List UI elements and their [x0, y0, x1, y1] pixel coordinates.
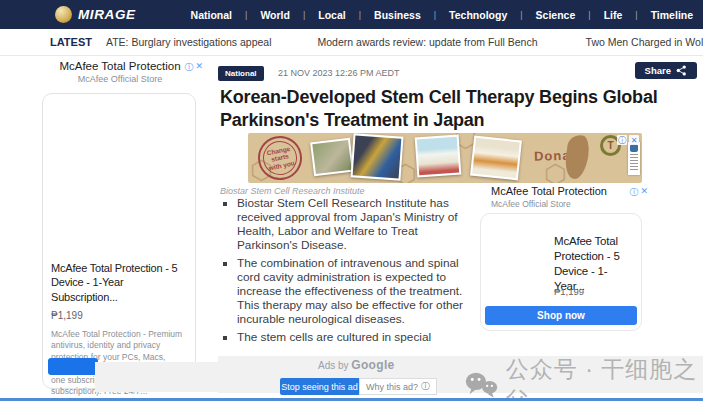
- inline-right-ad: McAfee Total Protection McAfee Official …: [478, 185, 650, 209]
- article-bullet: The stem cells are cultured in special: [237, 330, 476, 344]
- why-this-ad-label: Why this ad?: [366, 382, 418, 392]
- stop-seeing-ad-button[interactable]: Stop seeing this ad: [280, 378, 359, 395]
- ad-photo-people: [470, 136, 522, 181]
- nav-item-science[interactable]: Science: [523, 9, 589, 21]
- site-logo[interactable]: MIRAGE: [55, 6, 136, 23]
- share-icon: [676, 65, 687, 76]
- ad-close-icon[interactable]: ✕: [640, 186, 648, 199]
- ticker-headline[interactable]: Modern awards review: update from Full B…: [318, 36, 538, 48]
- shop-now-button[interactable]: Shop now: [485, 306, 637, 325]
- browser-page: MIRAGE National | World | Local | Busine…: [0, 0, 703, 401]
- ad-photo-children: [351, 133, 404, 180]
- site-name: MIRAGE: [78, 7, 136, 22]
- wechat-watermark: 公众号 · 干细胞之父: [464, 354, 703, 401]
- ads-by-text: Ads by: [318, 360, 351, 371]
- watermark-text: 公众号 · 干细胞之父: [506, 354, 703, 401]
- ads-by-google-label: Ads by Google: [318, 358, 395, 372]
- stamp-text: Change starts with you: [262, 144, 298, 173]
- article-headline: Korean-Developed Stem Cell Therapy Begin…: [220, 86, 678, 133]
- nav-item-business[interactable]: Business: [361, 9, 434, 21]
- article-bullet: The combination of intravenous and spina…: [237, 256, 476, 326]
- image-caption: Biostar Stem Cell Research Institute: [220, 186, 365, 196]
- ad-side-label: [628, 142, 640, 175]
- ad-photo-landscape: [310, 138, 354, 177]
- ad-subtitle: McAfee Official Store: [491, 199, 650, 209]
- ad-footer-strip: [95, 362, 218, 392]
- ad-title[interactable]: McAfee Total Protection: [491, 185, 650, 197]
- nav-item-technology[interactable]: Technology: [436, 9, 520, 21]
- ad-product-card: McAfee Total Protection - 5 Device - 1-Y…: [480, 213, 642, 331]
- nav-item-national[interactable]: National: [178, 9, 245, 21]
- nav-item-world[interactable]: World: [247, 9, 303, 21]
- article-body: Biostar Stem Cell Research Institute has…: [222, 196, 476, 348]
- ad-product-title[interactable]: McAfee Total Protection - 5 Device - 1-Y…: [554, 234, 638, 294]
- hexagon-pattern: ⬡: [544, 161, 567, 183]
- bird-icon: [630, 144, 638, 152]
- ad-info-icon[interactable]: ⓘ: [184, 61, 193, 74]
- ad-subtitle: McAfee Official Store: [35, 74, 205, 84]
- ad-title[interactable]: McAfee Total Protection: [35, 60, 205, 72]
- banner-display-ad[interactable]: ⬡ ⬡ ⬡ ⬡ Change starts with you Donate T …: [248, 133, 642, 183]
- top-navigation-bar: MIRAGE National | World | Local | Busine…: [0, 0, 703, 29]
- nav-item-local[interactable]: Local: [305, 9, 358, 21]
- ad-close-icon[interactable]: ✕: [629, 135, 639, 145]
- ad-info-icon[interactable]: ⓘ: [629, 186, 638, 199]
- latest-label: LATEST: [50, 36, 92, 48]
- wechat-icon: [464, 370, 498, 401]
- ad-controls: ⓘ ✕: [629, 186, 648, 199]
- why-this-ad-button[interactable]: Why this ad? ⓘ: [359, 378, 437, 395]
- google-logo-text: Google: [351, 358, 394, 372]
- category-badge[interactable]: National: [218, 66, 264, 81]
- logo-globe-icon: [55, 6, 72, 23]
- ad-cta-button[interactable]: [48, 358, 98, 375]
- ad-controls: ⓘ ✕: [184, 61, 203, 74]
- article-bullet: Biostar Stem Cell Research Institute has…: [237, 196, 476, 252]
- info-icon: ⓘ: [421, 380, 430, 393]
- nav-item-life[interactable]: Life: [591, 9, 636, 21]
- article-main: National 21 NOV 2023 12:26 PM AEDT Share…: [218, 60, 703, 360]
- ad-product-title[interactable]: McAfee Total Protection - 5 Device - 1-Y…: [51, 261, 187, 304]
- label-fine-print: [630, 154, 638, 170]
- madagascar-map-shape: [563, 134, 591, 181]
- ad-close-icon[interactable]: ✕: [195, 61, 203, 74]
- ad-info-icon[interactable]: ⓘ: [617, 135, 627, 145]
- article-date: 21 NOV 2023 12:26 PM AEDT: [278, 68, 400, 78]
- share-button[interactable]: Share: [635, 62, 697, 79]
- left-sidebar-ad: McAfee Total Protection McAfee Official …: [35, 60, 205, 84]
- ticker-headline[interactable]: Two Men Charged in Wollongong Cocaine Su…: [586, 36, 703, 48]
- ad-product-card: McAfee Total Protection - 5 Device - 1-Y…: [42, 93, 196, 389]
- ad-photo-building: [415, 135, 462, 178]
- main-nav: National | World | Local | Business | Te…: [178, 9, 703, 21]
- share-label: Share: [645, 65, 671, 76]
- ad-product-price: ₱1,199: [51, 310, 187, 321]
- banner-ad-controls: ⓘ ✕: [617, 135, 639, 145]
- article-meta-row: National 21 NOV 2023 12:26 PM AEDT Share: [218, 62, 703, 78]
- nav-item-timeline[interactable]: Timeline: [638, 9, 703, 21]
- ticker-headline[interactable]: ATE: Burglary investigations appeal: [106, 36, 272, 48]
- ad-product-price: ₱1,199: [554, 286, 584, 297]
- latest-news-ticker: LATEST ATE: Burglary investigations appe…: [0, 29, 703, 56]
